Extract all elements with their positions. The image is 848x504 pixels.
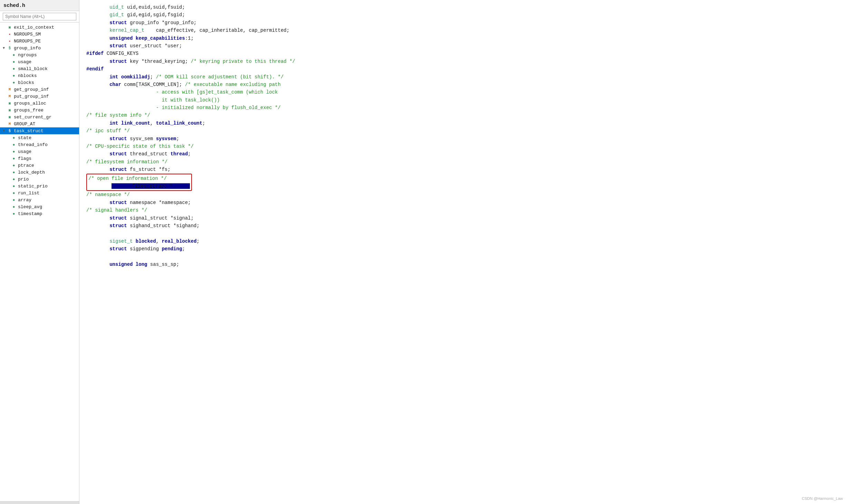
tree-item-exit-io-context[interactable]: ▣ exit_io_context <box>0 24 79 31</box>
item-label: task_struct <box>14 128 44 134</box>
tree-item-ngroups-sm[interactable]: ✦ NGROUPS_SM <box>0 31 79 38</box>
item-label: lock_depth <box>18 170 45 175</box>
item-label: GROUP_AT <box>14 122 35 127</box>
item-label: ptrace <box>18 163 34 168</box>
item-label: flags <box>18 156 31 161</box>
struct-icon: § <box>7 45 12 51</box>
tree-item-small-block[interactable]: ◆ small_block <box>0 65 79 72</box>
sidebar: sched.h ▣ exit_io_context ✦ NGROUPS_SM ✦… <box>0 0 79 504</box>
tree-item-ngroups-pe[interactable]: ✦ NGROUPS_PE <box>0 38 79 45</box>
search-box[interactable] <box>0 11 79 22</box>
item-label: small_block <box>18 66 48 71</box>
symbol-tree: ▣ exit_io_context ✦ NGROUPS_SM ✦ NGROUPS… <box>0 22 79 501</box>
tree-item-sleep-avg[interactable]: ◆ sleep_avg <box>0 203 79 210</box>
item-label: blocks <box>18 80 34 85</box>
tree-item-state[interactable]: ◆ state <box>0 134 79 141</box>
tree-item-groups-free[interactable]: ▣ groups_free <box>0 107 79 114</box>
method-icon: M <box>7 87 12 92</box>
item-label: ngroups <box>18 52 37 58</box>
tree-item-ptrace[interactable]: ◆ ptrace <box>0 162 79 169</box>
method-icon: M <box>7 94 12 99</box>
tree-item-static-prio[interactable]: ◆ static_prio <box>0 183 79 190</box>
field-icon: ◆ <box>11 190 17 196</box>
item-label: run_list <box>18 191 39 196</box>
item-label: usage <box>18 149 31 154</box>
macro-icon: ✦ <box>7 31 12 37</box>
tree-item-prio[interactable]: ◆ prio <box>0 176 79 183</box>
tree-item-set-current-gr[interactable]: ▣ set_current_gr <box>0 114 79 120</box>
field-icon: ◆ <box>11 73 17 78</box>
field-icon: ◆ <box>11 149 17 154</box>
item-label: prio <box>18 177 29 182</box>
tree-item-usage2[interactable]: ◆ usage <box>0 148 79 155</box>
tree-item-run-list[interactable]: ◆ run_list <box>0 190 79 196</box>
item-label: groups_free <box>14 108 44 113</box>
tree-item-lock-depth[interactable]: ◆ lock_depth <box>0 169 79 176</box>
item-label: NGROUPS_SM <box>14 32 41 37</box>
field-icon: ◆ <box>11 156 17 161</box>
field-icon: ◆ <box>11 52 17 58</box>
struct-icon: ▣ <box>7 107 12 113</box>
item-label: array <box>18 197 31 203</box>
sidebar-title: sched.h <box>0 0 79 11</box>
expand-arrow: ▼ <box>3 129 7 133</box>
item-label: groups_alloc <box>14 101 46 106</box>
item-label: state <box>18 135 31 140</box>
item-label: set_current_gr <box>14 115 51 120</box>
watermark: CSDN @Harmonic_Law <box>802 496 843 501</box>
struct-icon: § <box>7 128 12 134</box>
tree-item-group-at[interactable]: M GROUP_AT <box>0 120 79 127</box>
field-icon: ◆ <box>11 80 17 85</box>
field-icon: ◆ <box>11 176 17 182</box>
code-area: uid_t uid,euid,suid,fsuid; gid_t gid,egi… <box>79 0 848 504</box>
tree-item-ngroups[interactable]: ◆ ngroups <box>0 51 79 58</box>
tree-item-task-struct[interactable]: ▼ § task_struct <box>0 127 79 134</box>
field-icon: ◆ <box>11 66 17 71</box>
struct-icon: ▣ <box>7 114 12 120</box>
field-icon: ◆ <box>11 169 17 175</box>
item-label: thread_info <box>18 142 48 147</box>
tree-item-groups-alloc[interactable]: ▣ groups_alloc <box>0 100 79 107</box>
field-icon: ◆ <box>11 211 17 216</box>
search-input[interactable] <box>3 13 76 20</box>
tree-item-timestamp[interactable]: ◆ timestamp <box>0 210 79 217</box>
code-block: uid_t uid,euid,suid,fsuid; gid_t gid,egi… <box>86 3 841 268</box>
macro-icon: ✦ <box>7 38 12 44</box>
item-label: put_group_inf <box>14 94 49 99</box>
field-icon: ◆ <box>11 183 17 189</box>
tree-item-put-group-inf[interactable]: M put_group_inf <box>0 93 79 100</box>
method-icon: M <box>7 121 12 127</box>
field-icon: ◆ <box>11 135 17 140</box>
item-label: NGROUPS_PE <box>14 39 41 44</box>
tree-item-usage[interactable]: ◆ usage <box>0 58 79 65</box>
item-label: exit_io_context <box>14 25 54 30</box>
struct-icon: ▣ <box>7 100 12 106</box>
sidebar-scrollbar[interactable] <box>0 501 79 504</box>
field-icon: ◆ <box>11 163 17 168</box>
item-label: get_group_inf <box>14 87 49 92</box>
field-icon: ◆ <box>11 142 17 147</box>
struct-icon: ▣ <box>7 25 12 30</box>
expand-arrow: ▼ <box>3 46 7 50</box>
tree-item-nblocks[interactable]: ◆ nblocks <box>0 72 79 79</box>
tree-item-group-info[interactable]: ▼ § group_info <box>0 45 79 51</box>
tree-item-thread-info[interactable]: ◆ thread_info <box>0 141 79 148</box>
item-label: static_prio <box>18 184 48 189</box>
tree-item-flags[interactable]: ◆ flags <box>0 155 79 162</box>
highlighted-box: /* open file information */ struct files… <box>86 174 192 191</box>
item-label: timestamp <box>18 211 42 216</box>
item-label: group_info <box>14 46 41 51</box>
tree-item-blocks[interactable]: ◆ blocks <box>0 79 79 86</box>
tree-item-get-group-inf[interactable]: M get_group_inf <box>0 86 79 93</box>
field-icon: ◆ <box>11 59 17 65</box>
item-label: usage <box>18 59 31 65</box>
field-icon: ◆ <box>11 204 17 210</box>
tree-item-array[interactable]: ◆ array <box>0 196 79 203</box>
item-label: nblocks <box>18 73 37 78</box>
item-label: sleep_avg <box>18 204 42 210</box>
field-icon: ◆ <box>11 197 17 203</box>
